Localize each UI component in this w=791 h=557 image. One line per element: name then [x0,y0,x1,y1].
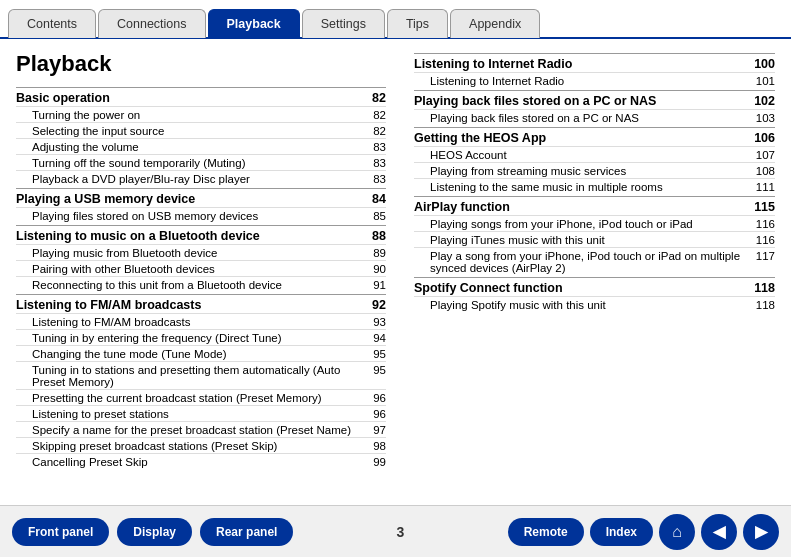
display-button[interactable]: Display [117,518,192,546]
list-item[interactable]: Turning the power on82 [16,106,386,122]
tab-settings[interactable]: Settings [302,9,385,38]
list-item[interactable]: Changing the tune mode (Tune Mode)95 [16,345,386,361]
list-item[interactable]: Playing from streaming music services108 [414,162,775,178]
footer-right-area: Remote Index ⌂ ◀ ▶ [508,514,779,550]
list-item[interactable]: Tuning in by entering the frequency (Dir… [16,329,386,345]
tab-tips[interactable]: Tips [387,9,448,38]
list-item[interactable]: Playing iTunes music with this unit116 [414,231,775,247]
section-pc-nas: Playing back files stored on a PC or NAS… [414,90,775,109]
footer-left-buttons: Front panel Display Rear panel [12,518,293,546]
list-item[interactable]: Playing songs from your iPhone, iPod tou… [414,215,775,231]
right-column: Listening to Internet Radio 100 Listenin… [406,51,775,497]
list-item[interactable]: Cancelling Preset Skip99 [16,453,386,469]
list-item[interactable]: Selecting the input source82 [16,122,386,138]
section-internet-radio: Listening to Internet Radio 100 [414,53,775,72]
footer: Front panel Display Rear panel 3 Remote … [0,505,791,557]
list-item[interactable]: Playing Spotify music with this unit118 [414,296,775,312]
list-item[interactable]: Playing back files stored on a PC or NAS… [414,109,775,125]
list-item[interactable]: Pairing with other Bluetooth devices90 [16,260,386,276]
list-item[interactable]: Listening to preset stations96 [16,405,386,421]
nav-tabs: Contents Connections Playback Settings T… [0,0,791,39]
list-item[interactable]: Playing files stored on USB memory devic… [16,207,386,223]
list-item[interactable]: Playing music from Bluetooth device89 [16,244,386,260]
rear-panel-button[interactable]: Rear panel [200,518,293,546]
section-heos: Getting the HEOS App 106 [414,127,775,146]
page-title: Playback [16,51,386,77]
section-basic-operation: Basic operation 82 [16,87,386,106]
list-item[interactable]: Skipping preset broadcast stations (Pres… [16,437,386,453]
list-item[interactable]: Presetting the current broadcast station… [16,389,386,405]
list-item[interactable]: Play a song from your iPhone, iPod touch… [414,247,775,275]
section-spotify: Spotify Connect function 118 [414,277,775,296]
list-item[interactable]: Listening to Internet Radio101 [414,72,775,88]
tab-contents[interactable]: Contents [8,9,96,38]
list-item[interactable]: Tuning in to stations and presetting the… [16,361,386,389]
front-panel-button[interactable]: Front panel [12,518,109,546]
list-item[interactable]: Reconnecting to this unit from a Bluetoo… [16,276,386,292]
left-column: Playback Basic operation 82 Turning the … [16,51,406,497]
list-item[interactable]: Turning off the sound temporarily (Mutin… [16,154,386,170]
tab-connections[interactable]: Connections [98,9,206,38]
forward-button[interactable]: ▶ [743,514,779,550]
list-item[interactable]: HEOS Account107 [414,146,775,162]
page-number: 3 [397,524,405,540]
section-airplay: AirPlay function 115 [414,196,775,215]
list-item[interactable]: Listening to FM/AM broadcasts93 [16,313,386,329]
tab-playback[interactable]: Playback [208,9,300,38]
remote-button[interactable]: Remote [508,518,584,546]
section-usb: Playing a USB memory device 84 [16,188,386,207]
section-bluetooth: Listening to music on a Bluetooth device… [16,225,386,244]
list-item[interactable]: Adjusting the volume83 [16,138,386,154]
home-button[interactable]: ⌂ [659,514,695,550]
section-fmam: Listening to FM/AM broadcasts 92 [16,294,386,313]
list-item[interactable]: Listening to the same music in multiple … [414,178,775,194]
index-button[interactable]: Index [590,518,653,546]
main-content: Playback Basic operation 82 Turning the … [0,39,791,505]
list-item[interactable]: Specify a name for the preset broadcast … [16,421,386,437]
back-button[interactable]: ◀ [701,514,737,550]
list-item[interactable]: Playback a DVD player/Blu-ray Disc playe… [16,170,386,186]
tab-appendix[interactable]: Appendix [450,9,540,38]
